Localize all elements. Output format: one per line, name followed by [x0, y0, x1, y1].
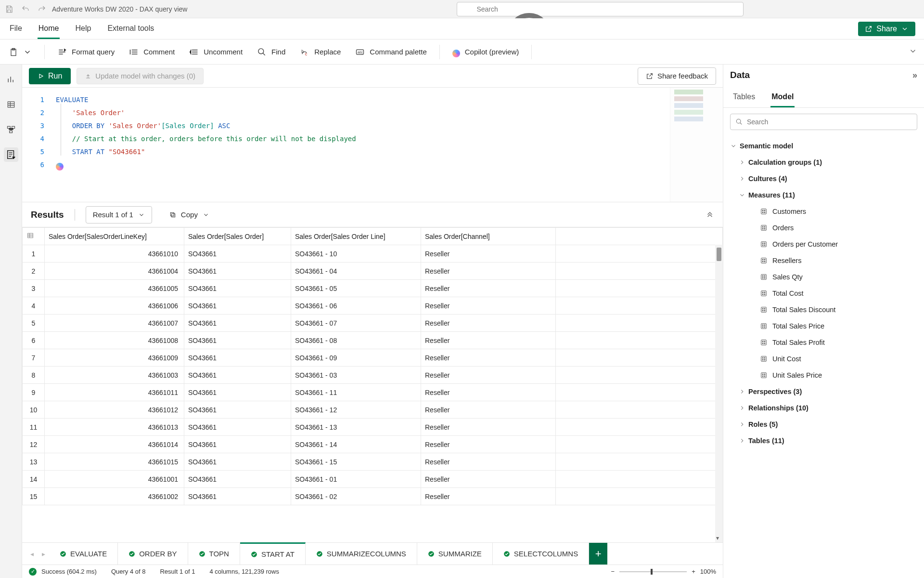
view-model-icon[interactable] — [4, 122, 18, 137]
cell[interactable]: Reseller — [421, 332, 556, 349]
cell[interactable]: 43661015 — [45, 453, 184, 471]
table-row[interactable]: 343661005SO43661SO43661 - 05Reseller — [23, 280, 723, 297]
cell[interactable]: SO43661 - 11 — [291, 384, 421, 401]
cell[interactable]: SO43661 — [184, 471, 291, 488]
tabs-scroll-left-icon[interactable]: ◂ — [26, 543, 38, 565]
table-row[interactable]: 643661008SO43661SO43661 - 08Reseller — [23, 332, 723, 349]
table-row[interactable]: 1043661012SO43661SO43661 - 12Reseller — [23, 401, 723, 419]
column-header[interactable]: Sales Order[SalesOrderLineKey] — [45, 228, 184, 245]
query-tab-topn[interactable]: TOPN — [188, 543, 240, 565]
copilot-button[interactable]: Copilot (preview) — [450, 44, 521, 60]
window-minimize-icon[interactable] — [862, 6, 869, 13]
data-panel-search[interactable]: Search — [730, 114, 917, 130]
replace-button[interactable]: Replace — [298, 44, 343, 60]
cell[interactable]: SO43661 — [184, 263, 291, 280]
table-row[interactable]: 943661011SO43661SO43661 - 11Reseller — [23, 384, 723, 401]
menu-help[interactable]: Help — [74, 20, 92, 39]
tabs-scroll-right-icon[interactable]: ▸ — [38, 543, 49, 565]
cell[interactable]: Reseller — [421, 401, 556, 419]
table-row[interactable]: 1243661014SO43661SO43661 - 14Reseller — [23, 436, 723, 453]
cell[interactable]: SO43661 - 15 — [291, 453, 421, 471]
tab-model[interactable]: Model — [770, 88, 795, 107]
cell[interactable]: 43661006 — [45, 297, 184, 315]
find-button[interactable]: Find — [255, 44, 287, 60]
cell[interactable]: SO43661 — [184, 245, 291, 263]
cell[interactable]: Reseller — [421, 280, 556, 297]
uncomment-button[interactable]: Uncomment — [187, 44, 244, 60]
query-tab-summarize[interactable]: SUMMARIZE — [417, 543, 493, 565]
cell[interactable]: SO43661 - 07 — [291, 315, 421, 332]
command-palette-button[interactable]: Command palette — [353, 44, 428, 60]
row-header-corner[interactable] — [23, 228, 45, 245]
cell[interactable]: SO43661 - 04 — [291, 263, 421, 280]
tree-measure-item[interactable]: Orders per Customer — [726, 236, 921, 252]
menu-file[interactable]: File — [9, 20, 23, 39]
cell[interactable]: 43661014 — [45, 436, 184, 453]
tree-measure-item[interactable]: Unit Sales Price — [726, 367, 921, 383]
zoom-control[interactable]: − + 100% — [611, 568, 716, 575]
cell[interactable]: 43661008 — [45, 332, 184, 349]
column-header[interactable]: Sales Order[Channel] — [421, 228, 556, 245]
save-icon[interactable] — [5, 5, 13, 13]
copilot-inline-icon[interactable] — [56, 163, 64, 171]
cell[interactable]: SO43661 — [184, 419, 291, 436]
cell[interactable]: SO43661 — [184, 367, 291, 384]
table-row[interactable]: 1443661001SO43661SO43661 - 01Reseller — [23, 471, 723, 488]
cell[interactable]: 43661001 — [45, 471, 184, 488]
cell[interactable]: SO43661 - 03 — [291, 367, 421, 384]
cell[interactable]: SO43661 — [184, 297, 291, 315]
share-feedback-button[interactable]: Share feedback — [638, 67, 716, 85]
table-row[interactable]: 243661004SO43661SO43661 - 04Reseller — [23, 263, 723, 280]
tree-semantic-model[interactable]: Semantic model — [726, 138, 921, 154]
view-dax-icon[interactable] — [4, 147, 18, 162]
tree-roles[interactable]: Roles (5) — [726, 416, 921, 433]
cell[interactable]: 43661007 — [45, 315, 184, 332]
zoom-in-icon[interactable]: + — [692, 568, 695, 575]
share-button[interactable]: Share — [858, 22, 915, 36]
vertical-scrollbar[interactable]: ▾ — [715, 245, 723, 542]
cell[interactable]: 43661003 — [45, 367, 184, 384]
cell[interactable]: Reseller — [421, 471, 556, 488]
cell[interactable]: SO43661 - 06 — [291, 297, 421, 315]
cell[interactable]: Reseller — [421, 436, 556, 453]
undo-icon[interactable] — [21, 5, 30, 13]
tab-tables[interactable]: Tables — [732, 88, 756, 107]
run-button[interactable]: Run — [29, 68, 71, 84]
tree-measure-item[interactable]: Customers — [726, 203, 921, 220]
table-row[interactable]: 743661009SO43661SO43661 - 09Reseller — [23, 349, 723, 367]
cell[interactable]: SO43661 — [184, 315, 291, 332]
table-row[interactable]: 1343661015SO43661SO43661 - 15Reseller — [23, 453, 723, 471]
query-tab-evaluate[interactable]: EVALUATE — [49, 543, 118, 565]
format-query-button[interactable]: Format query — [55, 44, 116, 60]
cell[interactable]: SO43661 — [184, 401, 291, 419]
cell[interactable]: Reseller — [421, 315, 556, 332]
view-report-icon[interactable] — [4, 72, 18, 87]
query-tab-orderby[interactable]: ORDER BY — [118, 543, 188, 565]
window-close-icon[interactable] — [909, 6, 915, 13]
cell[interactable]: SO43661 - 08 — [291, 332, 421, 349]
query-tab-summarizecolumns[interactable]: SUMMARIZECOLUMNS — [306, 543, 417, 565]
window-maximize-icon[interactable] — [886, 6, 892, 13]
column-header[interactable]: Sales Order[Sales Order] — [184, 228, 291, 245]
tree-measure-item[interactable]: Total Sales Profit — [726, 334, 921, 351]
table-row[interactable]: 443661006SO43661SO43661 - 06Reseller — [23, 297, 723, 315]
cell[interactable]: SO43661 — [184, 453, 291, 471]
minimap[interactable] — [670, 88, 723, 202]
cell[interactable]: SO43661 - 01 — [291, 471, 421, 488]
cell[interactable]: Reseller — [421, 453, 556, 471]
tree-measure-item[interactable]: Total Sales Price — [726, 318, 921, 334]
cell[interactable]: SO43661 - 12 — [291, 401, 421, 419]
update-model-button[interactable]: Update model with changes (0) — [77, 68, 204, 84]
cell[interactable]: Reseller — [421, 367, 556, 384]
result-selector[interactable]: Result 1 of 1 — [86, 206, 152, 223]
cell[interactable]: SO43661 — [184, 384, 291, 401]
cell[interactable]: 43661010 — [45, 245, 184, 263]
results-grid[interactable]: Sales Order[SalesOrderLineKey] Sales Ord… — [22, 227, 723, 505]
tree-cultures[interactable]: Cultures (4) — [726, 171, 921, 187]
cell[interactable]: Reseller — [421, 419, 556, 436]
cell[interactable]: SO43661 — [184, 349, 291, 367]
cell[interactable]: SO43661 — [184, 332, 291, 349]
add-query-tab-button[interactable]: + — [589, 543, 607, 565]
tree-measure-item[interactable]: Orders — [726, 220, 921, 236]
tree-perspectives[interactable]: Perspectives (3) — [726, 383, 921, 400]
